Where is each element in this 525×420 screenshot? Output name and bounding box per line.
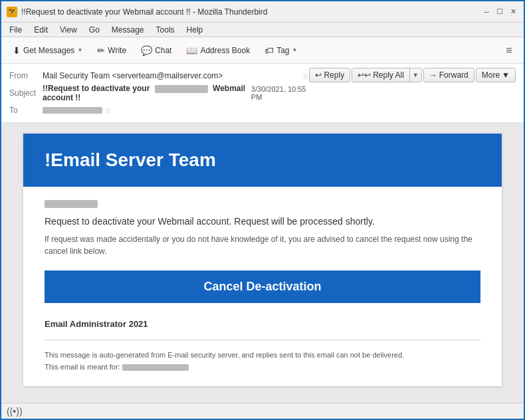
from-row: From Mail Security Team <serverteam@mail…	[9, 68, 309, 84]
footer-line2: This email is meant for:	[45, 362, 480, 373]
email-body: !Email Server Team Request to deactivate…	[23, 134, 502, 386]
footer-text: This message is auto-generated from E-ma…	[45, 350, 480, 373]
statusbar-icon: ((•))	[7, 406, 23, 417]
email-date: 3/30/2021, 10:55 PM	[251, 85, 310, 101]
footer-email-blur	[122, 364, 189, 371]
reply-icon: ↩	[315, 70, 322, 80]
subject-row: Subject !!Request to deactivate your Web…	[9, 84, 309, 102]
more-button[interactable]: More ▼	[476, 68, 516, 82]
minimize-button[interactable]: ─	[481, 7, 492, 17]
to-row: To ☆	[9, 102, 309, 118]
close-button[interactable]: ✕	[508, 7, 518, 17]
email-actions: ↩ Reply ↩↩ Reply All ▼ → Forward More ▼	[309, 68, 516, 82]
toolbar: ⬇ Get Messages ▼ ✏ Write 💬 Chat 📖 Addres…	[1, 37, 524, 64]
pencil-icon: ✏	[97, 45, 105, 56]
reply-all-button[interactable]: ↩↩ Reply All	[352, 68, 409, 82]
window-controls: ─ ☐ ✕	[481, 7, 518, 17]
statusbar: ((•))	[1, 403, 524, 419]
to-label: To	[9, 106, 43, 115]
email-content: !Email Server Team Request to deactivate…	[1, 123, 524, 417]
subject-label: Subject	[9, 88, 43, 98]
recipient-blur	[45, 200, 98, 208]
reply-all-split-button: ↩↩ Reply All ▼	[352, 68, 422, 82]
menu-tools[interactable]: Tools	[151, 24, 180, 36]
menubar: File Edit View Go Message Tools Help	[1, 23, 524, 37]
reply-button[interactable]: ↩ Reply	[309, 68, 350, 82]
tag-button[interactable]: 🏷 Tag ▼	[259, 42, 303, 59]
reply-all-dropdown[interactable]: ▼	[409, 68, 421, 82]
maximize-button[interactable]: ☐	[494, 7, 505, 17]
from-value: Mail Security Team <serverteam@mailserve…	[43, 71, 300, 80]
get-messages-dropdown-icon[interactable]: ▼	[77, 47, 82, 53]
write-button[interactable]: ✏ Write	[91, 42, 132, 59]
email-banner: !Email Server Team	[23, 134, 502, 187]
subject-value: !!Request to deactivate your Webmail acc…	[43, 84, 251, 102]
app-icon: 🦅	[7, 7, 17, 17]
to-star-icon[interactable]: ☆	[105, 106, 112, 115]
menu-help[interactable]: Help	[181, 24, 209, 36]
menu-go[interactable]: Go	[84, 24, 105, 36]
menu-file[interactable]: File	[4, 24, 27, 36]
more-dropdown-icon: ▼	[502, 70, 510, 80]
cancel-deactivation-button[interactable]: Cancel De-activation	[45, 270, 480, 303]
chat-icon: 💬	[141, 45, 152, 56]
sub-text: If request was made accidentally or you …	[45, 233, 480, 257]
window-title: !!Request to deactivate your Webmail acc…	[21, 7, 481, 17]
menu-message[interactable]: Message	[106, 24, 150, 36]
get-messages-button[interactable]: ⬇ Get Messages ▼	[7, 42, 88, 59]
banner-title: !Email Server Team	[45, 150, 480, 171]
download-icon: ⬇	[13, 45, 21, 56]
subject-blur	[155, 85, 208, 93]
admin-text: Email Administrator 2021	[45, 319, 480, 329]
chat-button[interactable]: 💬 Chat	[135, 42, 177, 59]
reply-all-icon: ↩↩	[358, 70, 371, 80]
main-text: Request to deactivate your Webmail accou…	[45, 216, 480, 227]
titlebar: 🦅 !!Request to deactivate your Webmail a…	[1, 1, 524, 23]
email-body-content: Request to deactivate your Webmail accou…	[23, 187, 502, 386]
from-label: From	[9, 71, 43, 80]
address-book-button[interactable]: 📖 Address Book	[180, 42, 256, 59]
star-icon[interactable]: ☆	[302, 72, 309, 80]
footer-line1: This message is auto-generated from E-ma…	[45, 350, 480, 362]
to-blur	[43, 107, 102, 114]
book-icon: 📖	[186, 45, 197, 56]
menu-view[interactable]: View	[54, 24, 82, 36]
tag-dropdown-icon[interactable]: ▼	[292, 47, 298, 53]
forward-icon: →	[429, 70, 437, 80]
divider	[45, 340, 480, 340]
forward-button[interactable]: → Forward	[423, 68, 474, 82]
tag-icon: 🏷	[264, 45, 274, 56]
hamburger-menu-button[interactable]: ≡	[500, 41, 518, 60]
menu-edit[interactable]: Edit	[29, 24, 53, 36]
email-header: From Mail Security Team <serverteam@mail…	[1, 64, 524, 123]
